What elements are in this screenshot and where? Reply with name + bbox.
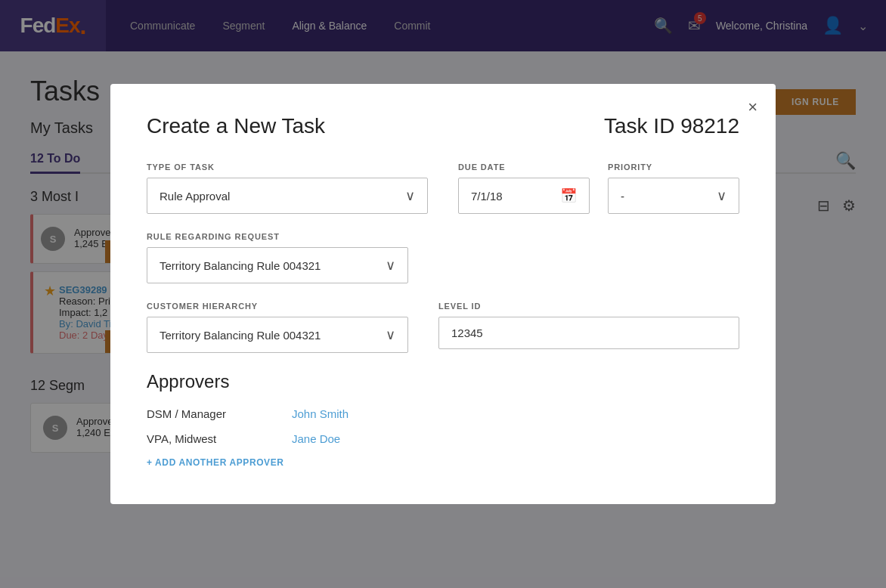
approvers-section: Approvers DSM / Manager John Smith VPA, … — [147, 371, 739, 468]
task-id: Task ID 98212 — [604, 114, 739, 138]
priority-chevron-icon: ∨ — [717, 187, 726, 204]
spacer-col — [438, 232, 739, 283]
level-id-input[interactable] — [438, 317, 739, 349]
priority-select[interactable]: - ∨ — [608, 178, 739, 214]
due-date-label: DUE DATE — [458, 162, 590, 172]
customer-hierarchy-value: Territory Balancing Rule 004321 — [160, 329, 321, 342]
form-row-1: TYPE OF TASK Rule Approval ∨ DUE DATE 7/… — [147, 162, 739, 214]
modal-overlay: × Create a New Task Task ID 98212 TYPE O… — [0, 0, 886, 588]
customer-hierarchy-field: CUSTOMER HIERARCHY Territory Balancing R… — [147, 302, 408, 353]
due-date-input[interactable]: 7/1/18 📅 — [458, 178, 590, 214]
approver-name-0[interactable]: John Smith — [292, 407, 349, 420]
type-of-task-label: TYPE OF TASK — [147, 162, 428, 172]
modal-header: Create a New Task Task ID 98212 — [147, 114, 739, 138]
type-task-chevron-icon: ∨ — [405, 187, 415, 204]
form-row-2: RULE REGARDING REQUEST Territory Balanci… — [147, 232, 739, 283]
create-task-modal: × Create a New Task Task ID 98212 TYPE O… — [110, 84, 776, 504]
calendar-icon: 📅 — [560, 187, 577, 204]
approvers-title: Approvers — [147, 371, 739, 392]
modal-title: Create a New Task — [147, 114, 325, 138]
level-id-field: LEVEL ID — [438, 302, 739, 353]
priority-value: - — [621, 190, 624, 203]
customer-hierarchy-chevron-icon: ∨ — [386, 326, 395, 343]
approver-row-1: VPA, Midwest Jane Doe — [147, 432, 739, 445]
due-date-field: DUE DATE 7/1/18 📅 — [458, 162, 590, 214]
customer-hierarchy-select[interactable]: Territory Balancing Rule 004321 ∨ — [147, 317, 408, 353]
form-row-3: CUSTOMER HIERARCHY Territory Balancing R… — [147, 302, 739, 353]
approver-role-1: VPA, Midwest — [147, 432, 268, 445]
rule-regarding-value: Territory Balancing Rule 004321 — [160, 259, 321, 272]
due-date-priority-col: DUE DATE 7/1/18 📅 PRIORITY - ∨ — [458, 162, 739, 214]
rule-regarding-label: RULE REGARDING REQUEST — [147, 232, 408, 241]
approver-role-0: DSM / Manager — [147, 407, 268, 420]
type-of-task-select[interactable]: Rule Approval ∨ — [147, 178, 428, 214]
approver-name-1[interactable]: Jane Doe — [292, 432, 340, 445]
priority-field: PRIORITY - ∨ — [608, 162, 739, 214]
type-of-task-field: TYPE OF TASK Rule Approval ∨ — [147, 162, 428, 214]
level-id-label: LEVEL ID — [438, 302, 739, 311]
customer-hierarchy-label: CUSTOMER HIERARCHY — [147, 302, 408, 311]
rule-regarding-field: RULE REGARDING REQUEST Territory Balanci… — [147, 232, 408, 283]
priority-label: PRIORITY — [608, 162, 739, 172]
due-date-value: 7/1/18 — [471, 190, 503, 203]
add-approver-link[interactable]: + ADD ANOTHER APPROVER — [147, 457, 739, 468]
type-of-task-value: Rule Approval — [160, 190, 230, 203]
approver-row-0: DSM / Manager John Smith — [147, 407, 739, 420]
close-button[interactable]: × — [748, 99, 757, 116]
rule-regarding-chevron-icon: ∨ — [386, 257, 395, 274]
rule-regarding-select[interactable]: Territory Balancing Rule 004321 ∨ — [147, 247, 408, 283]
